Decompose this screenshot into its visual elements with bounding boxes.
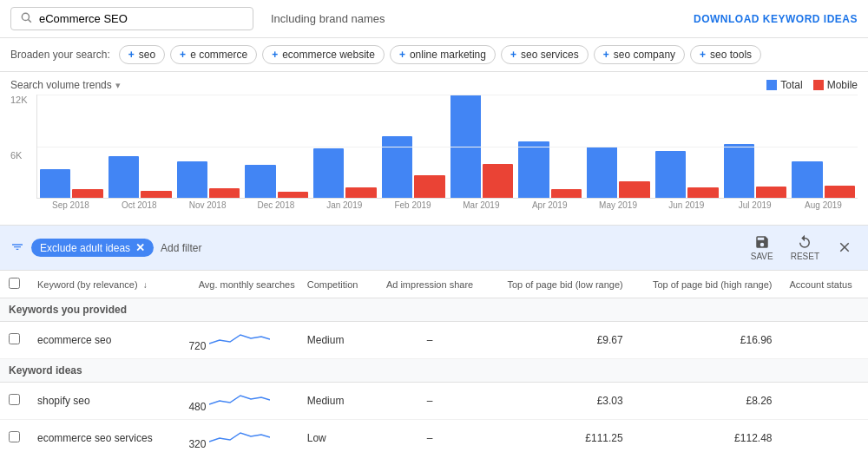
gridline-top [37,95,858,95]
sort-icon: ↓ [143,280,148,290]
impression-cell: – [373,322,487,359]
bar-total [177,161,207,198]
gridline-mid [37,147,858,147]
bar-total [792,161,822,198]
chart-legend: Total Mobile [766,79,858,91]
legend-mobile: Mobile [813,79,858,91]
searches-cell: 480 [180,383,298,420]
x-label: Mar 2019 [447,200,516,210]
x-label: Feb 2019 [378,200,447,210]
filter-chip-exclude-adult[interactable]: Exclude adult ideas ✕ [31,239,154,257]
row-checkbox[interactable] [9,431,20,442]
tag-seo-services[interactable]: +seo services [501,45,589,64]
bar-total [382,136,412,198]
svg-point-0 [22,13,29,20]
tag-ecommerce[interactable]: +e commerce [170,45,257,64]
top-bar: Including brand names DOWNLOAD KEYWORD I… [0,0,868,38]
tag-online-marketing[interactable]: +online marketing [390,45,496,64]
bar-mobile [756,187,786,198]
download-keyword-ideas-link[interactable]: DOWNLOAD KEYWORD IDEAS [694,13,858,25]
x-axis-labels: Sep 2018Oct 2018Nov 2018Dec 2018Jan 2019… [36,200,858,210]
bar-mobile [141,191,171,198]
sparkline [209,426,270,448]
legend-total: Total [766,79,802,91]
bid-high-cell: £8.26 [632,383,781,420]
sparkline [209,389,270,410]
brand-names-label: Including brand names [271,12,694,25]
select-all-checkbox[interactable] [9,278,20,289]
th-checkbox[interactable] [0,271,29,298]
x-label: Jul 2019 [720,200,789,210]
tag-seo[interactable]: +seo [119,45,165,64]
impression-cell: – [373,420,487,453]
bar-mobile [619,181,649,198]
table-area: Keyword (by relevance) ↓ Avg. monthly se… [0,271,868,452]
keyword-cell: ecommerce seo [29,322,180,359]
bar-total [724,144,754,198]
competition-cell: Medium [299,383,373,420]
bar-mobile [414,175,444,198]
bar-total [108,156,139,198]
chart-bars-area [36,95,858,199]
bid-low-cell: £9.67 [487,322,632,359]
bar-mobile [483,164,513,198]
remove-filter-button[interactable]: ✕ [135,241,145,254]
th-bid-high[interactable]: Top of page bid (high range) [632,271,781,298]
x-label: Apr 2019 [516,200,584,210]
row-checkbox[interactable] [9,333,20,344]
add-filter-button[interactable]: Add filter [161,242,201,254]
chart-title: Search volume trends ▾ [10,79,121,91]
x-label: Jun 2019 [652,200,720,210]
th-account[interactable]: Account status [781,271,869,298]
x-label: Oct 2018 [105,200,174,210]
keyword-cell: shopify seo [29,383,180,420]
searches-cell: 720 [180,322,298,359]
th-keyword[interactable]: Keyword (by relevance) ↓ [29,271,180,298]
table-header: Keyword (by relevance) ↓ Avg. monthly se… [0,271,868,298]
search-icon [20,11,32,26]
x-label: Jan 2019 [310,200,378,210]
table-row: ecommerce seo720Medium–£9.67£16.96 [0,322,868,359]
section-header: Keyword ideas [0,359,868,383]
competition-cell: Low [299,420,373,453]
bar-mobile [825,186,855,198]
x-label: Dec 2018 [241,200,310,210]
save-button[interactable]: SAVE [746,231,779,265]
table-row: shopify seo480Medium–£3.03£8.26 [0,383,868,420]
close-filter-button[interactable] [832,236,858,260]
bar-total [518,141,549,198]
account-cell [781,420,869,453]
th-impression[interactable]: Ad impression share [373,271,487,298]
x-label: Sep 2018 [36,200,105,210]
y-axis-labels: 12K 6K [10,95,28,225]
tag-ecommerce-website[interactable]: +ecommerce website [262,45,385,64]
impression-cell: – [373,383,487,420]
x-label: Nov 2018 [174,200,242,210]
th-competition[interactable]: Competition [299,271,373,298]
th-bid-low[interactable]: Top of page bid (low range) [487,271,632,298]
bar-total [587,147,617,199]
tag-seo-tools[interactable]: +seo tools [690,45,761,64]
search-box[interactable] [10,7,253,30]
th-searches[interactable]: Avg. monthly searches [180,271,298,298]
bar-total [40,169,70,198]
search-input[interactable] [39,12,244,25]
table-row: ecommerce seo services320Low–£111.25£112… [0,420,868,453]
x-label: Aug 2019 [789,200,858,210]
searches-cell: 320 [180,420,298,453]
bar-total [313,148,344,198]
reset-button[interactable]: RESET [786,231,825,265]
svg-line-1 [29,20,31,23]
row-checkbox[interactable] [9,394,20,405]
section-header: Keywords you provided [0,298,868,322]
chevron-down-icon[interactable]: ▾ [115,80,121,91]
bar-total [245,165,275,198]
bar-mobile [278,192,308,198]
bar-mobile [551,189,582,198]
bar-mobile [345,187,376,198]
bar-mobile [687,187,718,198]
tag-seo-company[interactable]: +seo company [594,45,685,64]
table-body: Keywords you providedecommerce seo720Med… [0,298,868,453]
bid-high-cell: £16.96 [632,322,781,359]
sparkline [209,328,270,350]
